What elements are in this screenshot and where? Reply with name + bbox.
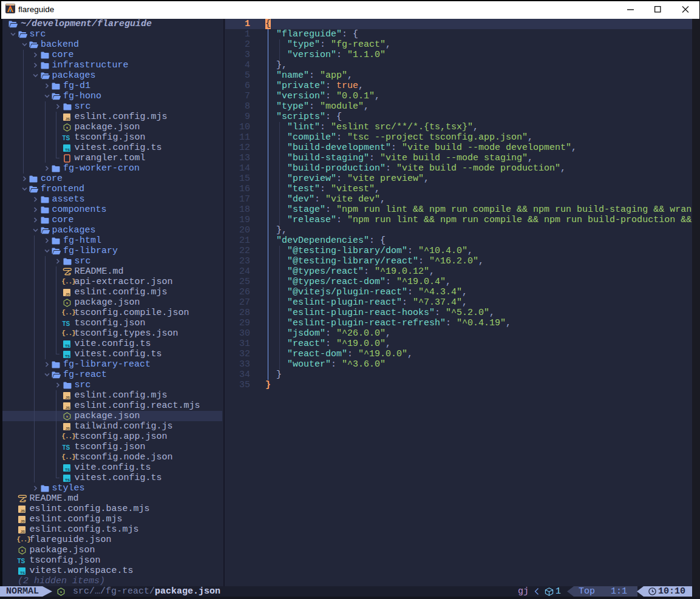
svg-text:TS: TS: [62, 444, 70, 451]
svg-text:s: s: [66, 301, 68, 305]
svg-text:TS: TS: [65, 148, 70, 152]
svg-text:JS: JS: [65, 427, 69, 430]
svg-text:s: s: [21, 549, 23, 552]
svg-text:JS: JS: [65, 406, 69, 410]
svg-text:TS: TS: [65, 354, 70, 358]
svg-text:TS: TS: [17, 558, 25, 564]
svg-text:TS: TS: [65, 478, 70, 482]
svg-text:JS: JS: [65, 293, 69, 296]
svg-text:JS: JS: [20, 530, 24, 533]
svg-text:TS: TS: [65, 468, 70, 472]
svg-text:JS: JS: [20, 519, 24, 523]
svg-text:JS: JS: [65, 396, 69, 399]
svg-text:TS: TS: [62, 320, 70, 327]
svg-text:TS: TS: [20, 571, 25, 575]
svg-text:TS: TS: [62, 135, 70, 141]
svg-text:TS: TS: [65, 344, 70, 348]
svg-text:JS: JS: [65, 117, 69, 121]
svg-text:s: s: [66, 126, 68, 129]
svg-text:JS: JS: [20, 509, 24, 513]
svg-text:s: s: [60, 590, 63, 594]
svg-text:s: s: [66, 415, 68, 418]
